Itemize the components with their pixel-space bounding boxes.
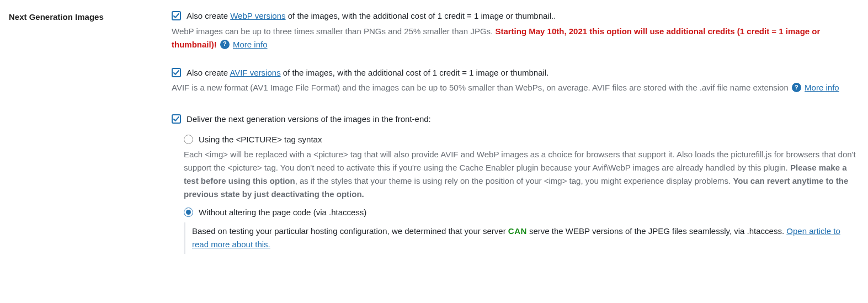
picture-description: Each <img> will be replaced with a <pict…	[184, 148, 859, 201]
picture-radio-label: Using the <PICTURE> tag syntax	[199, 134, 322, 146]
info-icon[interactable]: ?	[792, 83, 801, 92]
deliver-label: Deliver the next generation versions of …	[187, 113, 431, 126]
webp-label: Also create WebP versions of the images,…	[187, 10, 556, 23]
avif-checkbox[interactable]	[172, 68, 181, 77]
webp-versions-link[interactable]: WebP versions	[230, 11, 285, 20]
server-test-result: Based on testing your particular hosting…	[184, 222, 859, 254]
deliver-checkbox[interactable]	[172, 114, 181, 124]
htaccess-radio[interactable]	[184, 208, 193, 217]
webp-checkbox[interactable]	[172, 11, 181, 20]
info-icon[interactable]: ?	[220, 40, 230, 49]
htaccess-radio-label: Without altering the page code (via .hta…	[199, 206, 366, 219]
webp-description: WebP images can be up to three times sma…	[172, 25, 859, 51]
picture-radio[interactable]	[184, 135, 193, 144]
avif-option-block: Also create AVIF versions of the images,…	[172, 67, 859, 95]
section-title: Next Generation Images	[9, 10, 172, 22]
server-can-badge: CAN	[508, 226, 527, 236]
avif-more-info-link[interactable]: More info	[805, 83, 839, 92]
avif-description: AVIF is a new format (AV1 Image File For…	[172, 81, 859, 94]
avif-label: Also create AVIF versions of the images,…	[187, 67, 549, 79]
avif-versions-link[interactable]: AVIF versions	[230, 68, 280, 77]
webp-option-block: Also create WebP versions of the images,…	[172, 10, 859, 51]
deliver-option-block: Deliver the next generation versions of …	[172, 113, 859, 254]
webp-more-info-link[interactable]: More info	[233, 40, 268, 49]
